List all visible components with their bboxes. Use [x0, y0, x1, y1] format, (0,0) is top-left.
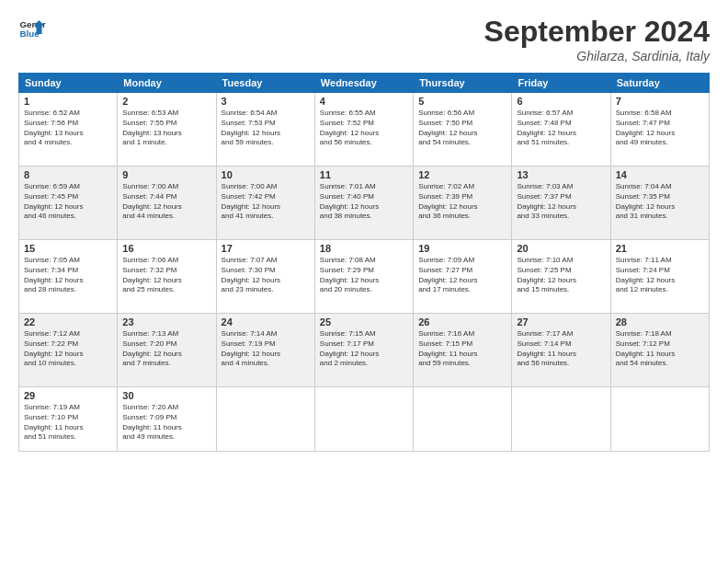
day-number: 11	[320, 169, 408, 180]
day-number: 9	[122, 169, 210, 180]
table-row: 20Sunrise: 7:10 AM Sunset: 7:25 PM Dayli…	[512, 240, 610, 314]
table-row: 19Sunrise: 7:09 AM Sunset: 7:27 PM Dayli…	[414, 240, 512, 314]
table-row: 25Sunrise: 7:15 AM Sunset: 7:17 PM Dayli…	[314, 314, 413, 387]
day-number: 20	[517, 243, 605, 254]
title-block: September 2024 Ghilarza, Sardinia, Italy	[484, 15, 710, 63]
table-row: 28Sunrise: 7:18 AM Sunset: 7:12 PM Dayli…	[610, 314, 709, 387]
day-info: Sunrise: 6:52 AM Sunset: 7:56 PM Dayligh…	[24, 109, 112, 148]
day-info: Sunrise: 6:57 AM Sunset: 7:48 PM Dayligh…	[517, 109, 605, 148]
day-number: 1	[24, 96, 112, 107]
table-row	[610, 387, 709, 452]
table-row: 8Sunrise: 6:59 AM Sunset: 7:45 PM Daylig…	[19, 167, 118, 240]
calendar-week-row: 8Sunrise: 6:59 AM Sunset: 7:45 PM Daylig…	[19, 167, 710, 240]
table-row: 9Sunrise: 7:00 AM Sunset: 7:44 PM Daylig…	[118, 167, 216, 240]
table-row: 2Sunrise: 6:53 AM Sunset: 7:55 PM Daylig…	[118, 93, 216, 167]
day-number: 24	[222, 316, 310, 327]
table-row	[314, 387, 413, 452]
table-row: 16Sunrise: 7:06 AM Sunset: 7:32 PM Dayli…	[118, 240, 216, 314]
header-monday: Monday	[118, 74, 216, 93]
table-row: 3Sunrise: 6:54 AM Sunset: 7:53 PM Daylig…	[216, 93, 314, 167]
table-row: 18Sunrise: 7:08 AM Sunset: 7:29 PM Dayli…	[314, 240, 413, 314]
calendar-week-row: 15Sunrise: 7:05 AM Sunset: 7:34 PM Dayli…	[19, 240, 710, 314]
day-info: Sunrise: 7:00 AM Sunset: 7:44 PM Dayligh…	[122, 182, 210, 222]
table-row: 29Sunrise: 7:19 AM Sunset: 7:10 PM Dayli…	[19, 387, 118, 452]
logo: General Blue	[18, 15, 46, 42]
day-info: Sunrise: 7:20 AM Sunset: 7:09 PM Dayligh…	[122, 403, 210, 442]
table-row: 13Sunrise: 7:03 AM Sunset: 7:37 PM Dayli…	[512, 167, 610, 240]
day-info: Sunrise: 6:56 AM Sunset: 7:50 PM Dayligh…	[418, 109, 506, 148]
header-saturday: Saturday	[610, 74, 709, 93]
calendar-week-row: 1Sunrise: 6:52 AM Sunset: 7:56 PM Daylig…	[19, 93, 710, 167]
day-number: 13	[517, 169, 605, 180]
day-number: 14	[616, 169, 704, 180]
table-row: 12Sunrise: 7:02 AM Sunset: 7:39 PM Dayli…	[414, 167, 512, 240]
table-row: 5Sunrise: 6:56 AM Sunset: 7:50 PM Daylig…	[414, 93, 512, 167]
day-info: Sunrise: 7:15 AM Sunset: 7:17 PM Dayligh…	[320, 329, 408, 369]
table-row: 1Sunrise: 6:52 AM Sunset: 7:56 PM Daylig…	[19, 93, 118, 167]
day-number: 27	[517, 316, 605, 327]
day-info: Sunrise: 7:17 AM Sunset: 7:14 PM Dayligh…	[517, 329, 605, 369]
header-sunday: Sunday	[19, 74, 118, 93]
day-info: Sunrise: 7:04 AM Sunset: 7:35 PM Dayligh…	[616, 182, 704, 222]
day-number: 4	[320, 96, 408, 107]
table-row: 22Sunrise: 7:12 AM Sunset: 7:22 PM Dayli…	[19, 314, 118, 387]
day-info: Sunrise: 7:02 AM Sunset: 7:39 PM Dayligh…	[418, 182, 506, 222]
day-number: 18	[320, 243, 408, 254]
header-wednesday: Wednesday	[314, 74, 413, 93]
day-info: Sunrise: 7:03 AM Sunset: 7:37 PM Dayligh…	[517, 182, 605, 222]
header: General Blue September 2024 Ghilarza, Sa…	[18, 15, 710, 63]
day-number: 7	[616, 96, 704, 107]
table-row	[414, 387, 512, 452]
day-info: Sunrise: 7:12 AM Sunset: 7:22 PM Dayligh…	[24, 329, 112, 369]
day-number: 2	[122, 96, 210, 107]
calendar-table: Sunday Monday Tuesday Wednesday Thursday…	[18, 73, 710, 452]
day-number: 16	[122, 243, 210, 254]
table-row: 24Sunrise: 7:14 AM Sunset: 7:19 PM Dayli…	[216, 314, 314, 387]
table-row: 26Sunrise: 7:16 AM Sunset: 7:15 PM Dayli…	[414, 314, 512, 387]
day-info: Sunrise: 7:16 AM Sunset: 7:15 PM Dayligh…	[418, 329, 506, 369]
header-tuesday: Tuesday	[216, 74, 314, 93]
calendar-week-row: 22Sunrise: 7:12 AM Sunset: 7:22 PM Dayli…	[19, 314, 710, 387]
day-number: 25	[320, 316, 408, 327]
table-row	[216, 387, 314, 452]
day-info: Sunrise: 7:06 AM Sunset: 7:32 PM Dayligh…	[122, 256, 210, 295]
day-info: Sunrise: 7:19 AM Sunset: 7:10 PM Dayligh…	[24, 403, 112, 442]
table-row: 23Sunrise: 7:13 AM Sunset: 7:20 PM Dayli…	[118, 314, 216, 387]
day-info: Sunrise: 7:18 AM Sunset: 7:12 PM Dayligh…	[616, 329, 704, 369]
day-info: Sunrise: 7:05 AM Sunset: 7:34 PM Dayligh…	[24, 256, 112, 295]
day-info: Sunrise: 7:08 AM Sunset: 7:29 PM Dayligh…	[320, 256, 408, 295]
month-title: September 2024	[484, 15, 710, 49]
day-info: Sunrise: 7:09 AM Sunset: 7:27 PM Dayligh…	[418, 256, 506, 295]
day-number: 10	[222, 169, 310, 180]
logo-icon: General Blue	[18, 15, 46, 42]
day-number: 3	[222, 96, 310, 107]
table-row	[512, 387, 610, 452]
day-number: 23	[122, 316, 210, 327]
day-number: 19	[418, 243, 506, 254]
day-info: Sunrise: 7:01 AM Sunset: 7:40 PM Dayligh…	[320, 182, 408, 222]
table-row: 6Sunrise: 6:57 AM Sunset: 7:48 PM Daylig…	[512, 93, 610, 167]
day-number: 22	[24, 316, 112, 327]
location: Ghilarza, Sardinia, Italy	[484, 49, 710, 63]
day-number: 6	[517, 96, 605, 107]
page: General Blue September 2024 Ghilarza, Sa…	[0, 0, 728, 563]
day-number: 8	[24, 169, 112, 180]
calendar-header-row: Sunday Monday Tuesday Wednesday Thursday…	[19, 74, 710, 93]
table-row: 15Sunrise: 7:05 AM Sunset: 7:34 PM Dayli…	[19, 240, 118, 314]
day-info: Sunrise: 6:59 AM Sunset: 7:45 PM Dayligh…	[24, 182, 112, 222]
header-thursday: Thursday	[414, 74, 512, 93]
day-info: Sunrise: 6:54 AM Sunset: 7:53 PM Dayligh…	[222, 109, 310, 148]
day-number: 21	[616, 243, 704, 254]
day-info: Sunrise: 7:13 AM Sunset: 7:20 PM Dayligh…	[122, 329, 210, 369]
day-info: Sunrise: 6:53 AM Sunset: 7:55 PM Dayligh…	[122, 109, 210, 148]
header-friday: Friday	[512, 74, 610, 93]
day-info: Sunrise: 7:10 AM Sunset: 7:25 PM Dayligh…	[517, 256, 605, 295]
table-row: 17Sunrise: 7:07 AM Sunset: 7:30 PM Dayli…	[216, 240, 314, 314]
day-number: 28	[616, 316, 704, 327]
day-info: Sunrise: 7:14 AM Sunset: 7:19 PM Dayligh…	[222, 329, 310, 369]
table-row: 4Sunrise: 6:55 AM Sunset: 7:52 PM Daylig…	[314, 93, 413, 167]
day-info: Sunrise: 6:58 AM Sunset: 7:47 PM Dayligh…	[616, 109, 704, 148]
table-row: 11Sunrise: 7:01 AM Sunset: 7:40 PM Dayli…	[314, 167, 413, 240]
table-row: 21Sunrise: 7:11 AM Sunset: 7:24 PM Dayli…	[610, 240, 709, 314]
day-number: 26	[418, 316, 506, 327]
